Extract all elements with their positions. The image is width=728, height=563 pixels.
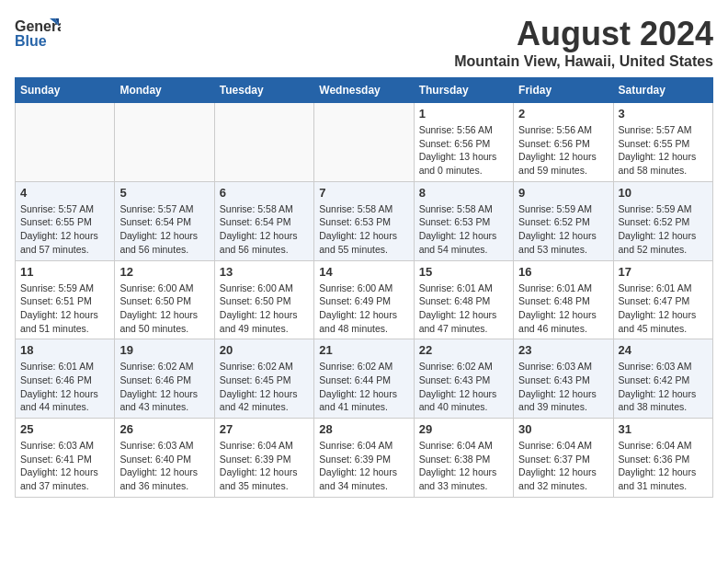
calendar-cell: 7Sunrise: 5:58 AMSunset: 6:53 PMDaylight…: [314, 181, 414, 260]
calendar-cell: 8Sunrise: 5:58 AMSunset: 6:53 PMDaylight…: [414, 181, 513, 260]
weekday-header: Wednesday: [314, 78, 414, 103]
weekday-header: Tuesday: [214, 78, 313, 103]
calendar-cell: 5Sunrise: 5:57 AMSunset: 6:54 PMDaylight…: [115, 181, 214, 260]
calendar-cell: 24Sunrise: 6:03 AMSunset: 6:42 PMDayligh…: [613, 339, 712, 419]
day-info: Sunrise: 5:58 AMSunset: 6:54 PMDaylight:…: [220, 202, 309, 257]
calendar-cell: 18Sunrise: 6:01 AMSunset: 6:46 PMDayligh…: [16, 339, 115, 419]
day-number: 10: [619, 186, 708, 200]
day-number: 29: [419, 422, 508, 436]
calendar-cell: 14Sunrise: 6:00 AMSunset: 6:49 PMDayligh…: [314, 260, 414, 339]
calendar-cell: 9Sunrise: 5:59 AMSunset: 6:52 PMDaylight…: [514, 181, 613, 260]
day-info: Sunrise: 6:02 AMSunset: 6:45 PMDaylight:…: [220, 360, 309, 414]
weekday-header: Monday: [115, 78, 214, 103]
day-info: Sunrise: 5:58 AMSunset: 6:53 PMDaylight:…: [319, 202, 408, 257]
calendar-cell: 28Sunrise: 6:04 AMSunset: 6:39 PMDayligh…: [314, 419, 414, 498]
day-number: 7: [319, 186, 408, 200]
day-info: Sunrise: 6:01 AMSunset: 6:48 PMDaylight:…: [419, 282, 508, 336]
day-info: Sunrise: 6:03 AMSunset: 6:41 PMDaylight:…: [20, 439, 109, 493]
day-info: Sunrise: 6:02 AMSunset: 6:46 PMDaylight:…: [119, 360, 209, 414]
weekday-header: Saturday: [613, 78, 712, 103]
day-number: 9: [518, 186, 608, 200]
weekday-header: Friday: [514, 78, 613, 103]
location-title: Mountain View, Hawaii, United States: [454, 53, 713, 70]
calendar-cell: 12Sunrise: 6:00 AMSunset: 6:50 PMDayligh…: [115, 260, 214, 339]
day-number: 23: [518, 343, 608, 357]
day-info: Sunrise: 6:03 AMSunset: 6:43 PMDaylight:…: [518, 360, 608, 414]
day-number: 31: [619, 422, 708, 436]
day-number: 27: [220, 422, 309, 436]
day-number: 21: [319, 343, 408, 357]
title-block: August 2024 Mountain View, Hawaii, Unite…: [454, 15, 713, 70]
day-info: Sunrise: 5:56 AMSunset: 6:56 PMDaylight:…: [419, 123, 508, 178]
calendar-table: SundayMondayTuesdayWednesdayThursdayFrid…: [15, 77, 713, 498]
day-number: 15: [419, 265, 508, 279]
calendar-cell: [314, 103, 414, 182]
day-number: 16: [518, 265, 608, 279]
day-info: Sunrise: 6:00 AMSunset: 6:50 PMDaylight:…: [119, 282, 209, 336]
calendar-week-row: 11Sunrise: 5:59 AMSunset: 6:51 PMDayligh…: [16, 260, 713, 339]
calendar-header-row: SundayMondayTuesdayWednesdayThursdayFrid…: [16, 78, 713, 103]
day-info: Sunrise: 6:02 AMSunset: 6:43 PMDaylight:…: [419, 360, 508, 414]
calendar-cell: 27Sunrise: 6:04 AMSunset: 6:39 PMDayligh…: [214, 419, 313, 498]
day-info: Sunrise: 6:04 AMSunset: 6:36 PMDaylight:…: [619, 439, 708, 493]
day-number: 8: [419, 186, 508, 200]
calendar-cell: 25Sunrise: 6:03 AMSunset: 6:41 PMDayligh…: [16, 419, 115, 498]
calendar-cell: 10Sunrise: 5:59 AMSunset: 6:52 PMDayligh…: [613, 181, 712, 260]
day-info: Sunrise: 6:04 AMSunset: 6:37 PMDaylight:…: [518, 439, 608, 493]
day-info: Sunrise: 5:57 AMSunset: 6:54 PMDaylight:…: [119, 202, 209, 257]
calendar-cell: 11Sunrise: 5:59 AMSunset: 6:51 PMDayligh…: [16, 260, 115, 339]
day-number: 11: [20, 265, 109, 279]
calendar-cell: 30Sunrise: 6:04 AMSunset: 6:37 PMDayligh…: [514, 419, 613, 498]
day-number: 25: [20, 422, 109, 436]
page-header: General Blue August 2024 Mountain View, …: [15, 15, 713, 70]
calendar-cell: 21Sunrise: 6:02 AMSunset: 6:44 PMDayligh…: [314, 339, 414, 419]
logo: General Blue: [15, 15, 64, 52]
day-number: 4: [20, 186, 109, 200]
day-info: Sunrise: 5:59 AMSunset: 6:51 PMDaylight:…: [20, 282, 109, 336]
calendar-cell: 15Sunrise: 6:01 AMSunset: 6:48 PMDayligh…: [414, 260, 513, 339]
calendar-cell: [115, 103, 214, 182]
day-info: Sunrise: 5:59 AMSunset: 6:52 PMDaylight:…: [619, 202, 708, 257]
weekday-header: Thursday: [414, 78, 513, 103]
calendar-cell: 1Sunrise: 5:56 AMSunset: 6:56 PMDaylight…: [414, 103, 513, 182]
day-number: 19: [119, 343, 209, 357]
day-number: 20: [220, 343, 309, 357]
calendar-week-row: 25Sunrise: 6:03 AMSunset: 6:41 PMDayligh…: [16, 419, 713, 498]
day-info: Sunrise: 6:00 AMSunset: 6:50 PMDaylight:…: [220, 282, 309, 336]
day-number: 28: [319, 422, 408, 436]
day-info: Sunrise: 5:57 AMSunset: 6:55 PMDaylight:…: [20, 202, 109, 257]
calendar-cell: 31Sunrise: 6:04 AMSunset: 6:36 PMDayligh…: [613, 419, 712, 498]
day-number: 18: [20, 343, 109, 357]
day-number: 22: [419, 343, 508, 357]
day-number: 1: [419, 107, 508, 121]
day-info: Sunrise: 6:01 AMSunset: 6:47 PMDaylight:…: [619, 282, 708, 336]
calendar-week-row: 18Sunrise: 6:01 AMSunset: 6:46 PMDayligh…: [16, 339, 713, 419]
month-year-title: August 2024: [454, 15, 713, 53]
calendar-cell: [16, 103, 115, 182]
day-number: 5: [119, 186, 209, 200]
calendar-cell: 4Sunrise: 5:57 AMSunset: 6:55 PMDaylight…: [16, 181, 115, 260]
calendar-cell: 20Sunrise: 6:02 AMSunset: 6:45 PMDayligh…: [214, 339, 313, 419]
calendar-cell: 22Sunrise: 6:02 AMSunset: 6:43 PMDayligh…: [414, 339, 513, 419]
calendar-cell: 17Sunrise: 6:01 AMSunset: 6:47 PMDayligh…: [613, 260, 712, 339]
day-number: 2: [518, 107, 608, 121]
day-info: Sunrise: 5:56 AMSunset: 6:56 PMDaylight:…: [518, 123, 608, 178]
calendar-cell: 19Sunrise: 6:02 AMSunset: 6:46 PMDayligh…: [115, 339, 214, 419]
day-number: 14: [319, 265, 408, 279]
calendar-week-row: 4Sunrise: 5:57 AMSunset: 6:55 PMDaylight…: [16, 181, 713, 260]
calendar-cell: 13Sunrise: 6:00 AMSunset: 6:50 PMDayligh…: [214, 260, 313, 339]
day-info: Sunrise: 6:01 AMSunset: 6:48 PMDaylight:…: [518, 282, 608, 336]
calendar-cell: 26Sunrise: 6:03 AMSunset: 6:40 PMDayligh…: [115, 419, 214, 498]
day-number: 30: [518, 422, 608, 436]
day-number: 24: [619, 343, 708, 357]
day-info: Sunrise: 6:01 AMSunset: 6:46 PMDaylight:…: [20, 360, 109, 414]
day-number: 13: [220, 265, 309, 279]
calendar-cell: 6Sunrise: 5:58 AMSunset: 6:54 PMDaylight…: [214, 181, 313, 260]
day-info: Sunrise: 6:04 AMSunset: 6:39 PMDaylight:…: [220, 439, 309, 493]
day-info: Sunrise: 6:04 AMSunset: 6:38 PMDaylight:…: [419, 439, 508, 493]
day-info: Sunrise: 5:58 AMSunset: 6:53 PMDaylight:…: [419, 202, 508, 257]
day-number: 12: [119, 265, 209, 279]
day-info: Sunrise: 5:59 AMSunset: 6:52 PMDaylight:…: [518, 202, 608, 257]
day-number: 3: [619, 107, 708, 121]
calendar-cell: [214, 103, 313, 182]
